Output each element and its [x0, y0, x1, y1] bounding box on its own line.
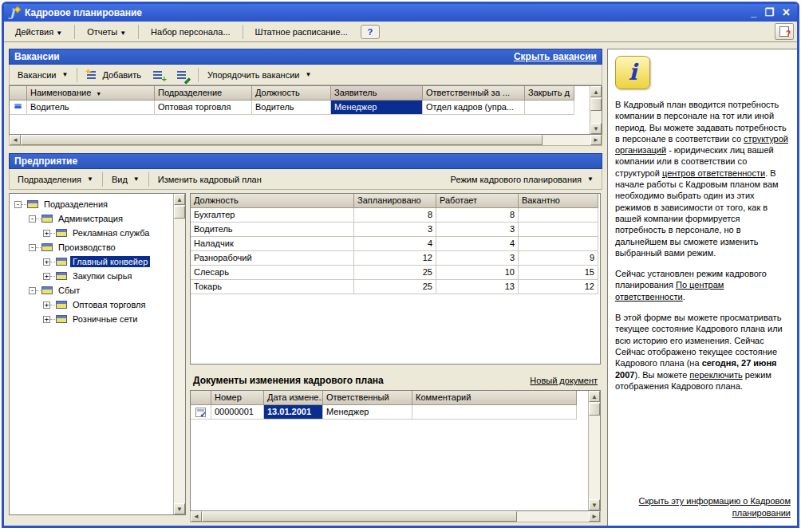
- table-cell[interactable]: Менеджер: [331, 100, 423, 115]
- scroll-left-icon[interactable]: ◄: [191, 511, 202, 522]
- documents-horizontal-scrollbar[interactable]: ◄ ►: [190, 511, 601, 522]
- table-cell[interactable]: 4: [354, 237, 436, 251]
- tree-node-label[interactable]: Розничные сети: [70, 313, 140, 325]
- tree-vertical-scrollbar[interactable]: ▲ ▼: [173, 194, 185, 514]
- tree-node-label[interactable]: Главный конвейер: [70, 256, 150, 267]
- tree-node[interactable]: -Подразделения: [11, 197, 183, 211]
- table-row[interactable]: Бухгалтер88: [191, 208, 600, 223]
- table-cell[interactable]: 9: [519, 251, 598, 266]
- vacancies-vertical-scrollbar[interactable]: ▲ ▼: [590, 86, 602, 134]
- minimize-button[interactable]: _: [751, 6, 756, 20]
- scrollbar-thumb[interactable]: [202, 511, 517, 522]
- table-cell[interactable]: 12: [519, 280, 598, 294]
- vacancies-horizontal-scrollbar[interactable]: ◄ ►: [9, 135, 602, 146]
- table-cell[interactable]: 13.01.2001: [264, 405, 323, 420]
- vacancies-menu-button[interactable]: Вакансии▼: [13, 69, 73, 81]
- tree-node-label[interactable]: Оптовая торговля: [70, 299, 148, 310]
- column-header[interactable]: Подразделение: [155, 86, 252, 100]
- tree-node-label[interactable]: Подразделения: [41, 199, 110, 210]
- table-cell[interactable]: [519, 237, 598, 251]
- table-cell[interactable]: 3: [354, 223, 436, 237]
- table-row[interactable]: Водитель33: [191, 223, 600, 237]
- description-button[interactable]: [775, 23, 794, 40]
- scroll-up-icon[interactable]: ▲: [174, 194, 185, 205]
- tree-node-label[interactable]: Сбыт: [56, 285, 82, 296]
- table-cell[interactable]: 3: [436, 251, 519, 266]
- tree-node[interactable]: +Закупки сырья: [11, 269, 183, 283]
- table-cell[interactable]: [519, 223, 598, 237]
- table-cell[interactable]: 12: [354, 251, 436, 266]
- expand-icon[interactable]: +: [43, 273, 50, 280]
- tree-node[interactable]: +Главный конвейер: [11, 254, 183, 269]
- scroll-right-icon[interactable]: ►: [589, 511, 600, 522]
- table-cell[interactable]: 25: [354, 266, 436, 280]
- new-document-link[interactable]: Новый документ: [530, 376, 598, 385]
- view-menu-button[interactable]: Вид▼: [107, 173, 144, 186]
- column-header[interactable]: Дата измене...: [264, 391, 323, 405]
- table-cell[interactable]: Слесарь: [191, 266, 354, 280]
- info-link[interactable]: центров ответственности: [662, 168, 765, 178]
- scrollbar-thumb[interactable]: [21, 135, 543, 145]
- scrollbar-thumb[interactable]: [174, 206, 185, 219]
- planning-mode-button[interactable]: Режим кадрового планирования▼: [446, 173, 598, 186]
- info-link[interactable]: переключить: [689, 370, 742, 380]
- table-cell[interactable]: Разнорабочий: [191, 251, 354, 266]
- column-header[interactable]: Ответственный за ...: [423, 86, 525, 100]
- scroll-up-icon[interactable]: ▲: [589, 391, 600, 402]
- edit-vacancy-button[interactable]: [172, 68, 194, 82]
- column-header[interactable]: Должность: [252, 86, 331, 100]
- tree-node-label[interactable]: Закупки сырья: [70, 270, 134, 282]
- hide-vacancies-link[interactable]: Скрыть вакансии: [514, 51, 597, 62]
- table-cell[interactable]: 25: [354, 280, 436, 294]
- table-cell[interactable]: 4: [436, 237, 519, 251]
- table-row[interactable]: Разнорабочий1239: [191, 251, 600, 266]
- column-header[interactable]: Должность: [191, 194, 354, 208]
- table-cell[interactable]: Токарь: [191, 280, 354, 294]
- table-cell[interactable]: 10: [436, 266, 519, 280]
- scroll-up-icon[interactable]: ▲: [590, 86, 602, 97]
- tree-node[interactable]: +Розничные сети: [11, 312, 183, 326]
- hide-info-link[interactable]: Скрыть эту информацию о Кадровом планиро…: [615, 495, 791, 518]
- table-cell[interactable]: [519, 208, 598, 223]
- table-cell[interactable]: 00000001: [211, 405, 264, 420]
- expand-icon[interactable]: +: [43, 301, 50, 309]
- column-header[interactable]: Заявитель: [331, 86, 423, 100]
- table-cell[interactable]: 3: [436, 223, 519, 237]
- table-cell[interactable]: Менеджер: [323, 405, 412, 420]
- table-row[interactable]: Слесарь251015: [191, 266, 600, 280]
- subdivisions-menu-button[interactable]: Подразделения▼: [13, 173, 98, 186]
- table-cell[interactable]: Водитель: [191, 223, 354, 237]
- column-header[interactable]: Работает: [436, 194, 519, 208]
- table-cell[interactable]: Водитель: [252, 100, 331, 115]
- table-cell[interactable]: [412, 405, 577, 420]
- table-cell[interactable]: 8: [354, 208, 436, 223]
- table-row[interactable]: Наладчик44: [191, 237, 600, 251]
- collapse-icon[interactable]: -: [29, 287, 36, 294]
- expand-icon[interactable]: +: [43, 230, 50, 237]
- table-cell[interactable]: Бухгалтер: [191, 208, 354, 223]
- add-vacancy-button[interactable]: ✦ Добавить: [81, 68, 146, 82]
- collapse-icon[interactable]: -: [29, 215, 36, 223]
- scroll-right-icon[interactable]: ►: [590, 135, 602, 145]
- scroll-left-icon[interactable]: ◄: [10, 135, 21, 145]
- collapse-icon[interactable]: -: [14, 201, 22, 208]
- table-row[interactable]: 0000000113.01.2001Менеджер: [191, 405, 600, 420]
- tree-node[interactable]: +Рекламная служба: [11, 226, 183, 240]
- column-header[interactable]: Комментарий: [412, 391, 577, 405]
- menu-staff-schedule[interactable]: Штатное расписание...: [247, 24, 356, 40]
- table-cell[interactable]: 15: [519, 266, 598, 280]
- tree-node-label[interactable]: Администрация: [56, 213, 125, 224]
- table-cell[interactable]: Водитель: [27, 100, 155, 115]
- tree-node-label[interactable]: Рекламная служба: [70, 227, 152, 238]
- column-header[interactable]: Наименование▼: [27, 86, 155, 100]
- change-plan-button[interactable]: Изменить кадровый план: [153, 173, 266, 186]
- maximize-button[interactable]: ❐: [764, 6, 774, 20]
- table-row[interactable]: Токарь251312: [191, 280, 600, 294]
- table-row[interactable]: ВодительОптовая торговляВодительМенеджер…: [10, 100, 602, 115]
- order-vacancies-button[interactable]: Упорядочить вакансии▼: [203, 69, 316, 81]
- tree-node[interactable]: -Производство: [11, 240, 183, 254]
- column-header[interactable]: Закрыть д: [525, 86, 574, 100]
- scroll-down-icon[interactable]: ▼: [174, 503, 185, 514]
- help-button[interactable]: ?: [361, 25, 380, 39]
- tree-node[interactable]: -Сбыт: [11, 283, 183, 298]
